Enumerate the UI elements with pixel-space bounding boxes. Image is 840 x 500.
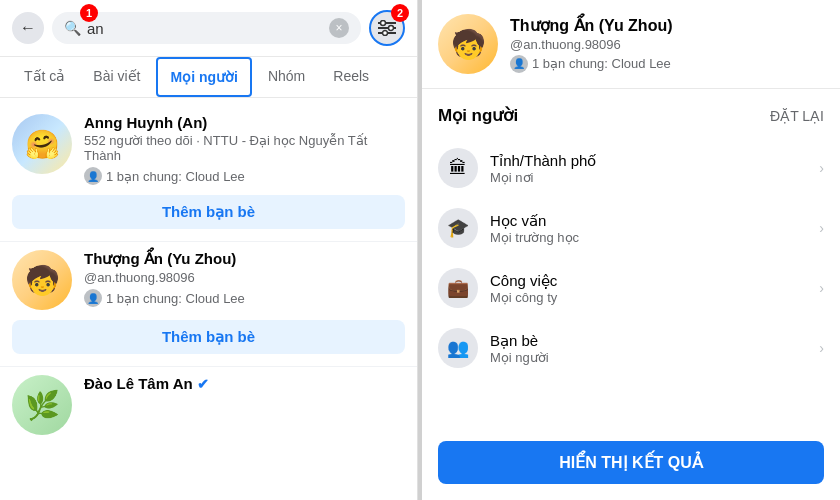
result-item-thuong: 🧒 Thượng Ẩn (Yu Zhou) @an.thuong.98096 👤… — [0, 242, 417, 367]
filter-label-city: Tỉnh/Thành phố — [490, 152, 807, 170]
right-panel: 🧒 Thượng Ẩn (Yu Zhou) @an.thuong.98096 👤… — [422, 0, 840, 500]
avatar-anng: 🤗 — [12, 114, 72, 174]
show-results-button[interactable]: HIỂN THỊ KẾT QUẢ — [438, 441, 824, 484]
filter-icon-friends: 👥 — [438, 328, 478, 368]
mutual-icon-thuong: 👤 — [84, 289, 102, 307]
filter-value-work: Mọi công ty — [490, 290, 807, 305]
avatar-thuong: 🧒 — [12, 250, 72, 310]
profile-name: Thượng Ẩn (Yu Zhou) — [510, 16, 824, 35]
back-icon: ← — [20, 19, 36, 37]
chevron-right-icon: › — [819, 160, 824, 176]
search-icon: 🔍 — [64, 20, 81, 36]
profile-avatar: 🧒 — [438, 14, 498, 74]
search-bar: 1 2 ← 🔍 × — [0, 0, 417, 57]
mutual-icon: 👤 — [84, 167, 102, 185]
profile-preview: 🧒 Thượng Ẩn (Yu Zhou) @an.thuong.98096 👤… — [422, 0, 840, 89]
results-list: 🤗 Anng Huynh (An) 552 người theo dõi · N… — [0, 98, 417, 500]
avatar-emoji-thuong: 🧒 — [25, 264, 60, 297]
clear-button[interactable]: × — [329, 18, 349, 38]
filter-label-edu: Học vấn — [490, 212, 807, 230]
result-info-row: 🤗 Anng Huynh (An) 552 người theo dõi · N… — [12, 114, 405, 185]
user-details-anng: Anng Huynh (An) 552 người theo dõi · NTT… — [84, 114, 405, 185]
filter-header: Mọi người ĐẶT LẠI — [422, 97, 840, 138]
result-item-dao: 🌿 Đào Lê Tâm An ✔ — [0, 367, 417, 447]
svg-point-4 — [389, 26, 394, 31]
reset-button[interactable]: ĐẶT LẠI — [770, 108, 824, 124]
filter-section: Mọi người ĐẶT LẠI 🏛 Tỉnh/Thành phố Mọi n… — [422, 89, 840, 433]
mutual-text-anng: 1 bạn chung: Cloud Lee — [106, 169, 245, 184]
mutual-text-thuong: 1 bạn chung: Cloud Lee — [106, 291, 245, 306]
annotation-2: 2 — [391, 4, 409, 22]
avatar-emoji: 🤗 — [25, 128, 60, 161]
filter-title: Mọi người — [438, 105, 518, 126]
svg-point-3 — [381, 21, 386, 26]
tabs: Tất cả Bài viết Mọi người Nhóm Reels — [0, 57, 417, 98]
filter-text-work: Công việc Mọi công ty — [490, 272, 807, 305]
add-friend-button-anng[interactable]: Thêm bạn bè — [12, 195, 405, 229]
filter-option-city[interactable]: 🏛 Tỉnh/Thành phố Mọi nơi › — [422, 138, 840, 198]
user-name-dao: Đào Lê Tâm An ✔ — [84, 375, 405, 392]
user-details-dao: Đào Lê Tâm An ✔ — [84, 375, 405, 392]
filter-value-friends: Mọi người — [490, 350, 807, 365]
profile-mutual-icon: 👤 — [510, 55, 528, 73]
filter-icon-city: 🏛 — [438, 148, 478, 188]
chevron-right-icon-friends: › — [819, 340, 824, 356]
chevron-right-icon-edu: › — [819, 220, 824, 236]
tab-people[interactable]: Mọi người — [156, 57, 251, 97]
filter-text-friends: Bạn bè Mọi người — [490, 332, 807, 365]
user-sub-thuong: @an.thuong.98096 — [84, 270, 405, 285]
result-info-row-dao: 🌿 Đào Lê Tâm An ✔ — [12, 375, 405, 435]
user-name-thuong: Thượng Ẩn (Yu Zhou) — [84, 250, 405, 268]
filter-icon-edu: 🎓 — [438, 208, 478, 248]
profile-handle: @an.thuong.98096 — [510, 37, 824, 52]
result-item-anng: 🤗 Anng Huynh (An) 552 người theo dõi · N… — [0, 106, 417, 242]
back-button[interactable]: ← — [12, 12, 44, 44]
mutual-friends-thuong: 👤 1 bạn chung: Cloud Lee — [84, 289, 405, 307]
filter-option-friends[interactable]: 👥 Bạn bè Mọi người › — [422, 318, 840, 378]
search-input[interactable] — [87, 20, 323, 37]
left-panel: 1 2 ← 🔍 × Tất cả Bài viết Mọi người Nhóm — [0, 0, 418, 500]
filter-icon-work: 💼 — [438, 268, 478, 308]
mutual-friends-anng: 👤 1 bạn chung: Cloud Lee — [84, 167, 405, 185]
filter-text-city: Tỉnh/Thành phố Mọi nơi — [490, 152, 807, 185]
filter-text-edu: Học vấn Mọi trường học — [490, 212, 807, 245]
avatar-emoji-dao: 🌿 — [25, 389, 60, 422]
result-info-row-thuong: 🧒 Thượng Ẩn (Yu Zhou) @an.thuong.98096 👤… — [12, 250, 405, 310]
profile-info: Thượng Ẩn (Yu Zhou) @an.thuong.98096 👤 1… — [510, 16, 824, 73]
tab-all[interactable]: Tất cả — [12, 58, 77, 96]
filter-option-edu[interactable]: 🎓 Học vấn Mọi trường học › — [422, 198, 840, 258]
annotation-1: 1 — [80, 4, 98, 22]
filter-label-friends: Bạn bè — [490, 332, 807, 350]
profile-mutual: 👤 1 bạn chung: Cloud Lee — [510, 55, 824, 73]
filter-icon — [378, 20, 396, 36]
tab-posts[interactable]: Bài viết — [81, 58, 152, 96]
avatar-dao: 🌿 — [12, 375, 72, 435]
search-input-wrapper: 🔍 × — [52, 12, 361, 44]
verified-icon: ✔ — [197, 376, 209, 392]
tab-reels[interactable]: Reels — [321, 58, 381, 96]
profile-avatar-emoji: 🧒 — [451, 28, 486, 61]
add-friend-button-thuong[interactable]: Thêm bạn bè — [12, 320, 405, 354]
tab-groups[interactable]: Nhóm — [256, 58, 317, 96]
filter-value-city: Mọi nơi — [490, 170, 807, 185]
filter-value-edu: Mọi trường học — [490, 230, 807, 245]
chevron-right-icon-work: › — [819, 280, 824, 296]
filter-option-work[interactable]: 💼 Công việc Mọi công ty › — [422, 258, 840, 318]
user-details-thuong: Thượng Ẩn (Yu Zhou) @an.thuong.98096 👤 1… — [84, 250, 405, 307]
user-name-anng: Anng Huynh (An) — [84, 114, 405, 131]
filter-label-work: Công việc — [490, 272, 807, 290]
profile-mutual-text: 1 bạn chung: Cloud Lee — [532, 56, 671, 71]
user-sub-anng: 552 người theo dõi · NTTU - Đại học Nguy… — [84, 133, 405, 163]
svg-point-5 — [383, 31, 388, 36]
